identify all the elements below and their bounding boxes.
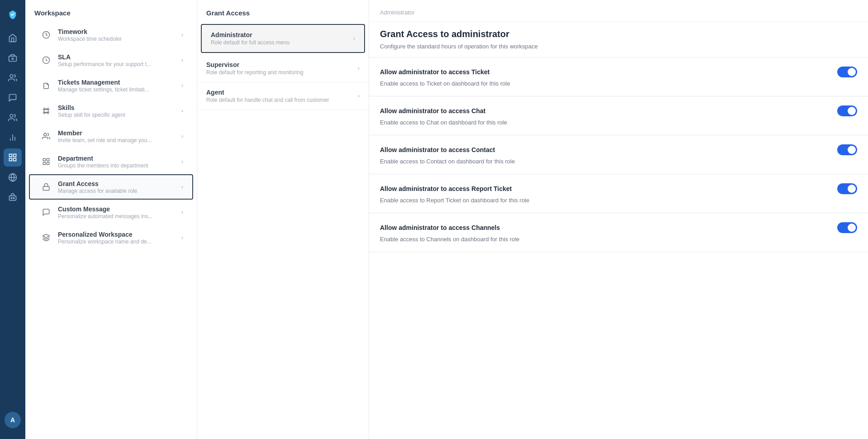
sidebar-item-sla[interactable]: SLA Setup performance for your support t…	[29, 48, 193, 73]
svg-point-15	[13, 197, 14, 199]
svg-point-19	[44, 133, 47, 136]
right-breadcrumb: Administrator	[369, 0, 868, 22]
middle-header: Grant Access	[197, 0, 369, 22]
sidebar-item-custom-message[interactable]: Custom Message Personalize automated mes…	[29, 200, 193, 225]
role-item-agent-title: Agent	[206, 89, 358, 96]
role-item-agent-desc: Role default for handle chat and call fr…	[206, 97, 358, 103]
sidebar-item-timework[interactable]: Timework Workspace time scheduler ›	[29, 22, 193, 48]
svg-point-3	[10, 115, 13, 118]
skills-icon	[39, 104, 53, 118]
right-title: Grant Access to administrator	[369, 22, 868, 43]
sidebar-item-tickets-title: Tickets Management	[58, 79, 181, 86]
role-item-agent[interactable]: Agent Role default for handle chat and c…	[197, 82, 369, 110]
chevron-right-icon: ›	[181, 108, 183, 114]
sidebar-item-grant-access-desc: Manage access for available role	[58, 188, 166, 194]
svg-rect-0	[9, 56, 17, 62]
globe-icon[interactable]	[4, 168, 22, 186]
svg-point-14	[11, 197, 12, 199]
role-item-supervisor-title: Supervisor	[206, 61, 358, 68]
svg-rect-9	[9, 158, 12, 161]
role-item-administrator-title: Administrator	[211, 31, 353, 38]
ticket-icon	[39, 78, 53, 93]
users-icon[interactable]	[4, 109, 22, 127]
svg-rect-21	[47, 158, 49, 161]
logo-icon[interactable]	[4, 5, 22, 24]
permission-toggle-3[interactable]	[837, 183, 857, 194]
sidebar-item-sla-desc: Setup performance for your support t...	[58, 61, 166, 67]
permission-row-3: Allow administrator to access Report Tic…	[380, 183, 857, 194]
sidebar-item-skills-title: Skills	[58, 104, 181, 111]
reports-icon[interactable]	[4, 129, 22, 147]
role-item-administrator[interactable]: Administrator Role default for full acce…	[201, 24, 365, 53]
svg-rect-22	[43, 162, 45, 165]
sidebar-item-personalized-workspace-title: Personalized Workspace	[58, 231, 181, 238]
svg-rect-20	[43, 158, 45, 161]
sidebar: Workspace Timework Workspace time schedu…	[25, 0, 197, 439]
chevron-right-icon: ›	[358, 65, 360, 72]
right-panel: Administrator Grant Access to administra…	[369, 0, 868, 439]
svg-rect-13	[9, 196, 16, 200]
permission-desc-4: Enable access to Channels on dashboard f…	[380, 236, 857, 243]
chevron-right-icon: ›	[181, 234, 183, 241]
sidebar-item-skills-desc: Setup skill for specific agent	[58, 112, 166, 118]
sidebar-item-custom-message-title: Custom Message	[58, 205, 181, 213]
role-item-administrator-desc: Role default for full access menu	[211, 39, 353, 46]
chevron-right-icon: ›	[181, 82, 183, 89]
permission-item-2: Allow administrator to access Contact En…	[369, 135, 868, 174]
chevron-right-icon: ›	[181, 32, 183, 38]
sidebar-item-grant-access-title: Grant Access	[58, 180, 181, 187]
role-item-supervisor-desc: Role default for reporting and monitorin…	[206, 69, 358, 76]
clock-icon	[39, 28, 53, 42]
tickets-icon[interactable]	[4, 49, 22, 67]
permission-toggle-0[interactable]	[837, 67, 857, 77]
svg-rect-10	[14, 158, 16, 161]
right-subtitle: Configure the standard hours of operatio…	[369, 43, 868, 57]
chevron-right-icon: ›	[358, 93, 360, 99]
sidebar-item-tickets[interactable]: Tickets Management Manage ticket setting…	[29, 73, 193, 98]
permission-row-2: Allow administrator to access Contact	[380, 144, 857, 155]
svg-rect-7	[9, 154, 12, 157]
home-icon[interactable]	[4, 29, 22, 47]
sidebar-item-timework-title: Timework	[58, 28, 181, 35]
permission-item-1: Allow administrator to access Chat Enabl…	[369, 96, 868, 135]
sidebar-item-sla-title: SLA	[58, 53, 181, 61]
sidebar-item-timework-desc: Workspace time scheduler	[58, 36, 166, 42]
sidebar-item-personalized-workspace[interactable]: Personalized Workspace Personalize works…	[29, 225, 193, 250]
sidebar-item-member-desc: Invite team, set role and manage you...	[58, 137, 166, 143]
permission-toggle-2[interactable]	[837, 144, 857, 155]
role-item-supervisor[interactable]: Supervisor Role default for reporting an…	[197, 55, 369, 82]
permission-title-3: Allow administrator to access Report Tic…	[380, 185, 512, 192]
sidebar-item-department-title: Department	[58, 155, 181, 162]
svg-rect-8	[14, 154, 16, 157]
sidebar-item-department[interactable]: Department Groups the members into depar…	[29, 149, 193, 174]
chevron-right-icon: ›	[353, 35, 355, 42]
sidebar-item-personalized-workspace-desc: Personalize workspace name and de...	[58, 239, 166, 245]
sidebar-item-member-title: Member	[58, 129, 181, 137]
contacts-icon[interactable]	[4, 69, 22, 87]
permission-toggle-1[interactable]	[837, 105, 857, 116]
icon-bar: A	[0, 0, 25, 439]
sidebar-header: Workspace	[25, 0, 197, 22]
chevron-right-icon: ›	[181, 209, 183, 215]
avatar-icon[interactable]: A	[5, 412, 21, 428]
sidebar-item-member[interactable]: Member Invite team, set role and manage …	[29, 124, 193, 149]
sidebar-item-skills[interactable]: Skills Setup skill for specific agent ›	[29, 98, 193, 124]
svg-point-1	[12, 58, 13, 59]
sidebar-item-department-desc: Groups the members into department	[58, 162, 166, 169]
permission-title-0: Allow administrator to access Ticket	[380, 68, 490, 76]
sidebar-item-grant-access[interactable]: Grant Access Manage access for available…	[29, 174, 193, 200]
svg-rect-23	[47, 162, 49, 165]
personalized-workspace-icon	[39, 230, 53, 245]
sidebar-item-custom-message-desc: Personalize automated messages ins...	[58, 213, 166, 220]
chevron-right-icon: ›	[181, 158, 183, 165]
permission-row-1: Allow administrator to access Chat	[380, 105, 857, 116]
chevron-right-icon: ›	[181, 57, 183, 63]
workspace-icon[interactable]	[4, 148, 22, 167]
permission-title-2: Allow administrator to access Contact	[380, 146, 495, 153]
department-icon	[39, 154, 53, 169]
chat-icon[interactable]	[4, 89, 22, 107]
permission-toggle-4[interactable]	[837, 222, 857, 233]
svg-point-2	[10, 75, 13, 78]
permission-desc-1: Enable access to Chat on dashboard for t…	[380, 119, 857, 126]
bot-icon[interactable]	[4, 188, 22, 206]
